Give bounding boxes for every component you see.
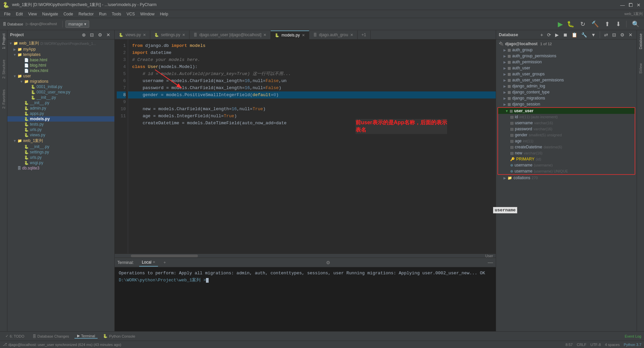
db-sync-icon[interactable]: ⇄ bbox=[603, 31, 609, 38]
tab-close-models[interactable]: ✕ bbox=[302, 33, 305, 38]
menu-help[interactable]: Help bbox=[157, 10, 171, 18]
tree-blog-html[interactable]: 📄 blog.html bbox=[7, 63, 114, 68]
tab-views[interactable]: 🐍 views.py ✕ bbox=[115, 30, 150, 39]
tab-close-settings[interactable]: ✕ bbox=[182, 33, 185, 37]
tab-more[interactable]: +1 bbox=[358, 30, 371, 39]
tree-0002[interactable]: 🐍 0002_user_new.py bbox=[7, 89, 114, 95]
db-col-username[interactable]: ▤ username varchar(16) bbox=[498, 120, 635, 126]
sview-strip-tab[interactable]: SView bbox=[638, 61, 644, 76]
hscroll-thumb[interactable] bbox=[131, 255, 198, 257]
tree-web1[interactable]: ▼ 📁 web_1案列 bbox=[7, 138, 114, 144]
menu-refactor[interactable]: Refactor bbox=[76, 10, 96, 18]
db-strip-tab[interactable]: Database bbox=[638, 31, 644, 51]
manage-button[interactable]: manage ▾ bbox=[65, 20, 89, 28]
terminal-bottom-tab[interactable]: ▶ Terminal bbox=[74, 334, 98, 339]
tab-djago-user[interactable]: 🗄 djago.user_user [djago@localhost] ✕ bbox=[190, 30, 271, 39]
db-add-icon[interactable]: + bbox=[539, 31, 544, 38]
db-gear-icon[interactable]: ⚙ bbox=[619, 31, 626, 38]
tab-close-djago-user[interactable]: ✕ bbox=[263, 33, 266, 37]
menu-view[interactable]: View bbox=[25, 10, 40, 18]
db-auth-group[interactable]: ▶ ▦ auth_group bbox=[496, 47, 637, 53]
tree-urls-user[interactable]: 🐍 urls.py bbox=[7, 127, 114, 132]
tree-init-web1[interactable]: 🐍 __init__.py bbox=[7, 144, 114, 149]
status-python[interactable]: Python 3.7 bbox=[624, 343, 641, 347]
db-refresh-icon[interactable]: ⟳ bbox=[546, 31, 552, 38]
db-key-primary[interactable]: 🔑 PRIMARY (id) bbox=[498, 156, 635, 162]
tree-root[interactable]: ▼ 📁 web_1案列 D:\WORK\python\Project\web_1… bbox=[7, 40, 114, 47]
tree-init-user[interactable]: 🐍 __init__.py bbox=[7, 100, 114, 106]
db-col-age[interactable]: ▤ age int(11) bbox=[498, 138, 635, 144]
tab-djago-auth[interactable]: 🗄 djago.auth_grou ✕ bbox=[309, 30, 358, 39]
run-config-button[interactable]: ↻ bbox=[578, 19, 587, 29]
tree-settings[interactable]: 🐍 settings.py bbox=[7, 149, 114, 155]
menu-edit[interactable]: Edit bbox=[13, 10, 25, 18]
db-auth-group-perms[interactable]: ▶ ▦ auth_group_permissions bbox=[496, 53, 637, 59]
db-col-id[interactable]: ▤ id int(11) (auto increment) bbox=[498, 114, 635, 120]
db-connection-root[interactable]: 🔌 djago@localhost 1 of 12 bbox=[496, 41, 637, 47]
db-col-password[interactable]: ▤ password varchar(16) bbox=[498, 126, 635, 132]
status-encoding[interactable]: UTF-8 bbox=[590, 343, 601, 347]
terminal-content[interactable]: Operations to perform: Apply all migrati… bbox=[115, 267, 496, 331]
tab-close-views[interactable]: ✕ bbox=[143, 33, 146, 37]
db-auth-permission[interactable]: ▶ ▦ auth_permission bbox=[496, 59, 637, 65]
run-button[interactable]: ▶ bbox=[558, 20, 563, 28]
tree-user[interactable]: ▼ 📁 user bbox=[7, 73, 114, 79]
tab-models[interactable]: 🐍 models.py ✕ bbox=[271, 30, 309, 39]
project-tab[interactable]: 1: Project bbox=[1, 31, 7, 51]
menu-run[interactable]: Run bbox=[96, 10, 109, 18]
todo-tab[interactable]: ✓ 6: TODO bbox=[3, 334, 27, 338]
tree-views-user[interactable]: 🐍 views.py bbox=[7, 132, 114, 138]
db-collapse-icon[interactable]: ⊟ bbox=[611, 31, 618, 38]
tree-apps[interactable]: 🐍 apps.py bbox=[7, 111, 114, 116]
menu-navigate[interactable]: Navigate bbox=[40, 10, 61, 18]
tab-settings[interactable]: 🐍 settings.py ✕ bbox=[150, 30, 190, 39]
db-auth-user-groups[interactable]: ▶ ▦ auth_user_groups bbox=[496, 71, 637, 77]
db-col-new[interactable]: ▤ new varchar(16) bbox=[498, 150, 635, 156]
menu-file[interactable]: File bbox=[1, 10, 13, 18]
structure-tab[interactable]: 2: Structure bbox=[1, 58, 7, 81]
tree-templates[interactable]: ▼ 📁 templates bbox=[7, 52, 114, 57]
db-django-migrations[interactable]: ▶ ▦ django_migrations bbox=[496, 95, 637, 101]
tree-admin[interactable]: 🐍 admin.py bbox=[7, 106, 114, 111]
favorites-tab[interactable]: 2: Favorites bbox=[1, 87, 7, 111]
db-col-gender[interactable]: ▤ gender smallint(5) unsigned bbox=[498, 132, 635, 138]
event-log-btn[interactable]: Event Log bbox=[625, 334, 641, 338]
maximize-button[interactable]: ⧠ bbox=[628, 2, 633, 8]
menu-tools[interactable]: Tools bbox=[109, 10, 124, 18]
db-django-content-type[interactable]: ▶ ▦ django_content_type bbox=[496, 89, 637, 95]
tree-myapp[interactable]: ▶ 📁 myApp bbox=[7, 47, 114, 52]
db-collations[interactable]: ▶ 📁 collations 270 bbox=[496, 175, 637, 181]
tree-db-sqlite[interactable]: 🗄 db.sqlite3 bbox=[7, 165, 114, 171]
sync-icon[interactable]: ⊕ bbox=[80, 31, 87, 38]
menu-vcs[interactable]: VCS bbox=[124, 10, 138, 18]
db-settings2-icon[interactable]: 🔧 bbox=[580, 31, 588, 38]
db-idx-username1[interactable]: ⊕ username (username) bbox=[498, 162, 635, 168]
db-idx-username2[interactable]: ⊕ username (username) UNIQUE bbox=[498, 168, 635, 174]
tree-0001[interactable]: 🐍 0001_initial.py bbox=[7, 84, 114, 89]
db-changes-tab[interactable]: 🗄 Database Changes bbox=[30, 334, 72, 338]
search-everywhere-button[interactable]: 🔍 bbox=[630, 19, 641, 29]
db-auth-user-perms[interactable]: ▶ ▦ auth_user_user_permissions bbox=[496, 77, 637, 83]
debug-button[interactable]: 🐛 bbox=[565, 19, 576, 29]
db-stop-icon[interactable]: ⏹ bbox=[561, 31, 569, 38]
tab-close-djago-auth[interactable]: ✕ bbox=[350, 33, 353, 37]
db-django-admin-log[interactable]: ▶ ▦ django_admin_log bbox=[496, 83, 637, 89]
tree-migrations[interactable]: ▼ 📁 migrations bbox=[7, 79, 114, 84]
code-editor[interactable]: from django.db import models import date… bbox=[128, 40, 496, 254]
db-filter-icon[interactable]: ▼ bbox=[590, 31, 597, 38]
collapse-all-icon[interactable]: ⊟ bbox=[89, 31, 95, 38]
tree-models[interactable]: 🐍 models.py bbox=[7, 116, 114, 122]
menu-window[interactable]: Window bbox=[138, 10, 157, 18]
minimize-button[interactable]: — bbox=[620, 2, 625, 8]
tree-tests[interactable]: 🐍 tests.py bbox=[7, 122, 114, 127]
tree-base-html[interactable]: 📄 base.html bbox=[7, 57, 114, 63]
history-button[interactable]: ⬇ bbox=[614, 19, 623, 29]
db-close-icon[interactable]: ✕ bbox=[627, 31, 634, 38]
db-schema-icon[interactable]: 📋 bbox=[570, 31, 579, 38]
tree-index-html[interactable]: 📄 index.html bbox=[7, 68, 114, 73]
status-crlf[interactable]: CRLF bbox=[577, 343, 586, 347]
tree-urls-web1[interactable]: 🐍 urls.py bbox=[7, 155, 114, 160]
terminal-tab-local[interactable]: Local ✕ bbox=[139, 259, 158, 267]
python-console-tab[interactable]: 🐍 Python Console bbox=[100, 334, 138, 338]
db-col-createdatetime[interactable]: ▤ createDatetime datetime(6) bbox=[498, 144, 635, 150]
